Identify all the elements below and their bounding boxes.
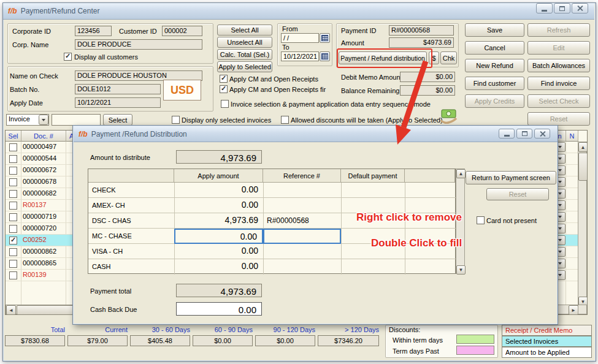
return-to-payment-button[interactable]: Return to Payment screen — [466, 171, 556, 184]
apply-amount-cell[interactable]: 0.00 — [174, 183, 263, 198]
payment-total-field: 4,973.69 — [176, 284, 262, 297]
within-term-days-label: Within term days — [393, 336, 443, 344]
method-name: CHECK — [92, 186, 116, 194]
dialog-close-button[interactable] — [534, 129, 550, 138]
scroll-down-button[interactable]: ▼ — [456, 265, 466, 275]
dialog-minimize-button[interactable] — [499, 129, 515, 138]
term-days-past-swatch — [456, 346, 494, 355]
term-days-past-label: Term days Past — [393, 347, 439, 355]
method-name: VISA - CH — [92, 248, 123, 255]
annotation-highlight-box — [337, 48, 432, 68]
distribution-row[interactable]: CHECK 0.00 — [88, 183, 456, 198]
header-reference: Reference # — [263, 169, 341, 183]
reference-cell[interactable] — [263, 244, 341, 259]
header-default-payment: Default payment — [341, 169, 405, 183]
reference-cell[interactable] — [263, 183, 341, 198]
cash-back-due-field[interactable]: 0.00 — [176, 302, 262, 316]
distribution-row[interactable]: CASH 0.00 — [88, 259, 456, 275]
dialog-reset-button[interactable]: Reset — [486, 188, 549, 200]
scroll-up-button[interactable]: ▲ — [456, 169, 466, 178]
annotation-right-click: Right click to remove — [356, 211, 462, 224]
method-name: DSC - CHAS — [92, 217, 131, 224]
reference-cell[interactable] — [263, 198, 341, 213]
apply-amount-cell[interactable]: 4,973.69 — [174, 213, 263, 229]
maximize-icon — [522, 131, 527, 136]
reference-cell-selected[interactable] — [263, 229, 341, 244]
legend-amount-to-be-applied: Amount to be Applied — [502, 347, 592, 358]
header-apply-amount: Apply amount — [174, 169, 263, 183]
annotation-double-click: Double Click to fill — [371, 237, 462, 249]
apply-amount-cell-selected[interactable]: 0.00 — [174, 229, 263, 244]
amount-to-distribute-field: 4,973.69 — [176, 150, 262, 164]
cash-back-due-label: Cash Back Due — [90, 306, 137, 313]
screenshot-root: f/b Payment/Refund Center Corporate ID 1… — [0, 0, 598, 364]
reference-cell[interactable]: R#00000568 — [263, 213, 341, 229]
within-term-swatch — [456, 335, 494, 344]
header-method — [88, 169, 174, 183]
amount-to-distribute-label: Amount to distribute — [90, 154, 150, 161]
dialog-title: Payment /Refund Distribution — [91, 130, 187, 138]
payment-total-label: Payment total — [90, 287, 131, 295]
minimize-icon — [504, 135, 510, 137]
legend-selected-invoices: Selected Invoices — [502, 336, 592, 347]
dialog-logo-icon: f/b — [79, 130, 88, 138]
header-extra — [405, 169, 455, 183]
apply-amount-cell[interactable]: 0.00 — [174, 244, 263, 259]
dialog-maximize-button[interactable] — [516, 129, 532, 138]
close-icon — [540, 131, 545, 137]
card-not-present-label: Card not present — [486, 217, 537, 224]
method-name: MC - CHASE — [92, 232, 132, 240]
dialog-titlebar: f/b Payment /Refund Distribution — [74, 126, 558, 142]
discounts-title: Discounts: — [389, 326, 420, 333]
method-name: AMEX- CH — [92, 202, 125, 209]
reference-cell[interactable] — [263, 259, 341, 275]
method-name: CASH — [92, 263, 111, 270]
distribution-dialog: f/b Payment /Refund Distribution Amount … — [72, 125, 558, 325]
legend-receipt-credit-memo: Receipt / Credit Memo — [502, 325, 592, 336]
card-not-present-checkbox[interactable] — [477, 216, 485, 224]
apply-amount-cell[interactable]: 0.00 — [174, 198, 263, 213]
apply-amount-cell[interactable]: 0.00 — [174, 259, 263, 275]
